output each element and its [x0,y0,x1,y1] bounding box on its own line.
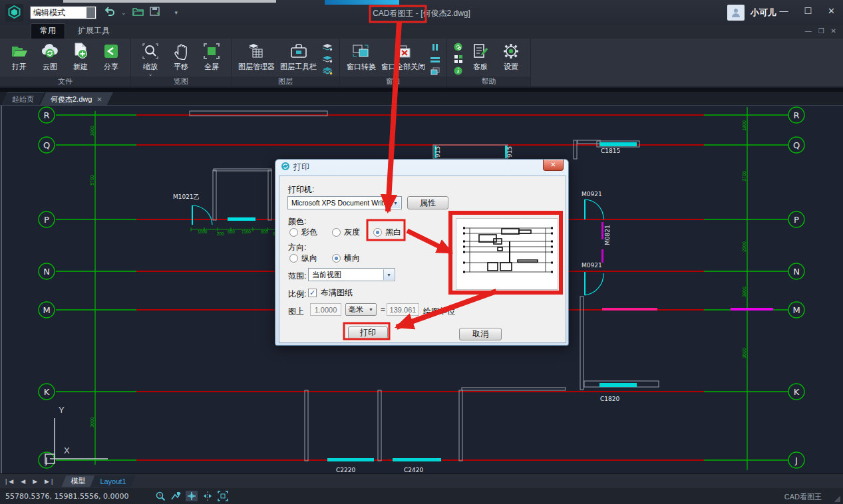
wall-outline [433,145,508,159]
ribbon-button-cloud-sync[interactable]: 云图 [35,41,65,72]
orientation-radio-纵向[interactable]: 纵向 [289,253,317,264]
print-button[interactable]: 打印 [348,326,388,339]
color-radio-灰度[interactable]: 灰度 [332,227,360,238]
prev-layout-button[interactable]: ◀ [21,478,27,485]
pan-hand-icon [173,41,189,61]
ribbon-button-window-switch[interactable]: 窗口转换 [345,41,378,72]
mirror-icon[interactable] [202,491,213,503]
orientation-radio-横向[interactable]: 横向 [332,253,360,264]
next-layout-button[interactable]: ▶ [33,478,39,485]
dimension-text: 200 [217,231,224,236]
ribbon-button-fullscreen[interactable]: 全屏 [197,41,226,72]
print-dialog-close-button[interactable]: ✕ [543,160,564,171]
ribbon-group-title: 帮助 [447,76,530,86]
ribbon-button-layer-manager[interactable]: 图层管理器 [236,41,277,72]
ribbon-button-pan-hand[interactable]: 平移 [166,41,196,72]
quick-toolbar-caret-icon[interactable]: ▾ [175,9,178,16]
undo-caret-icon[interactable]: ⌄ [121,9,126,16]
extents-icon[interactable] [218,491,228,504]
doc-window-controls: — ❐ ✕ [805,27,836,35]
cancel-button[interactable]: 取消 [459,328,502,340]
mode-select[interactable]: 编辑模式 [30,6,96,19]
sheet-value-input[interactable]: 1.0000 [310,303,341,316]
polyline-icon[interactable] [170,491,181,503]
window-title-doc: [何俊杰2.dwg] [421,9,470,18]
ribbon-tab-扩展工具[interactable]: 扩展工具 [69,24,118,39]
document-tab-何俊杰2.dwg[interactable]: 何俊杰2.dwg✕ [40,92,113,105]
ribbon-button-folder-open[interactable]: 打开 [5,41,34,72]
bars-icon[interactable] [430,54,440,66]
layers-top-icon[interactable] [322,42,333,54]
resize-grip[interactable] [834,495,840,502]
color-radio-彩色[interactable]: 彩色 [289,227,317,238]
color-label: 颜色: [288,216,306,227]
dimension-text: 3000 [90,417,94,428]
radio-circle [373,228,382,237]
ribbon-button-new-doc[interactable]: 新建 [66,41,95,72]
radio-circle [289,254,298,263]
cursor-coordinates: 55780.5376, 15981.5556, 0.0000 [5,492,128,501]
color-radio-黑白[interactable]: 黑白 [373,227,401,238]
properties-button[interactable]: 属性 [407,196,448,209]
maximize-button[interactable]: ☐ [804,7,812,16]
app-logo-icon[interactable] [5,4,23,22]
fit-to-paper-checkbox[interactable]: ✓ [308,289,317,297]
dropdown-caret-icon: ⌄ [148,72,153,76]
doc-minimize-button[interactable]: — [805,27,812,35]
preview-shape [488,263,498,271]
ribbon-button-zoom-tool[interactable]: 缩放⌄ [136,41,165,76]
printer-select[interactable]: Microsoft XPS Document Writer ▼ [287,196,402,209]
cad-element [601,249,603,263]
last-layout-button[interactable]: ▶| [45,478,55,485]
wall-outline [213,170,216,220]
radio-label: 彩色 [301,227,317,238]
zoom-tool-icon [142,41,159,61]
print-dialog-titlebar[interactable]: 打印 [275,160,568,175]
grid-bubble-label: Q [43,140,50,150]
cad-label: M0821 [604,225,611,245]
layout-tab-模型[interactable]: 模型 [61,475,94,487]
ribbon-button-layer-toolbox[interactable]: 图层工具栏 [278,41,319,72]
apps-grid-icon[interactable] [454,54,462,66]
crosshair-icon[interactable] [186,491,198,504]
first-layout-button[interactable]: |◀ [5,478,15,485]
doc-restore-button[interactable]: ❐ [818,27,824,35]
update-check-icon[interactable] [454,42,462,54]
ribbon-button-label: 客服 [473,62,488,72]
ribbon-group-窗口: 窗口转换窗口全部关闭窗口 [340,39,447,86]
wall-outline [305,390,308,461]
layout-tab-Layout1[interactable]: Layout1 [90,475,135,487]
door-arc [192,205,212,225]
ribbon-button-settings-gear[interactable]: 设置 [496,41,526,72]
grid-bubble-label: M [43,305,50,315]
ribbon-button-window-close-all[interactable]: 窗口全部关闭 [379,41,427,72]
user-avatar[interactable] [727,5,745,21]
unit-select[interactable]: 毫米 ▼ [345,303,377,316]
document-tab-起始页[interactable]: 起始页 [1,92,45,105]
doc-close-button[interactable]: ✕ [831,27,836,35]
layers-mid-icon[interactable] [322,54,333,66]
ribbon-tab-常用[interactable]: 常用 [31,23,65,39]
dimension-text: 3800 [742,287,747,297]
top-gray-strip [63,0,276,3]
ribbon-button-support[interactable]: 客服 [466,41,495,72]
undo-icon[interactable] [104,7,115,19]
open-file-icon[interactable] [132,7,144,19]
close-button[interactable]: ✕ [828,7,835,16]
zoom-status-icon[interactable] [155,491,166,504]
pause-icon[interactable] [431,42,439,54]
minimize-button[interactable]: — [779,7,788,16]
tab-close-icon[interactable]: ✕ [96,96,102,103]
range-select[interactable]: 当前视图 ▼ [308,268,395,281]
save-icon[interactable] [150,7,160,19]
username[interactable]: 小可儿 [751,7,776,19]
ribbon-button-share[interactable]: 分享 [96,41,126,72]
layer-manager-icon [247,41,267,61]
cad-element [599,142,637,146]
titlebar: 编辑模式 ⌄ ▾ CAD看图王 - [何俊杰2.dwg] 小可儿 — ☐ ✕ [0,0,843,25]
ribbon-side-icons: i [452,41,464,76]
dimension-text: 3600 [742,348,747,358]
drawing-units-input[interactable]: 139.061 [387,303,419,316]
ribbon-button-label: 平移 [174,62,188,72]
fit-to-paper-option[interactable]: ✓ 布满图纸 [308,287,353,299]
